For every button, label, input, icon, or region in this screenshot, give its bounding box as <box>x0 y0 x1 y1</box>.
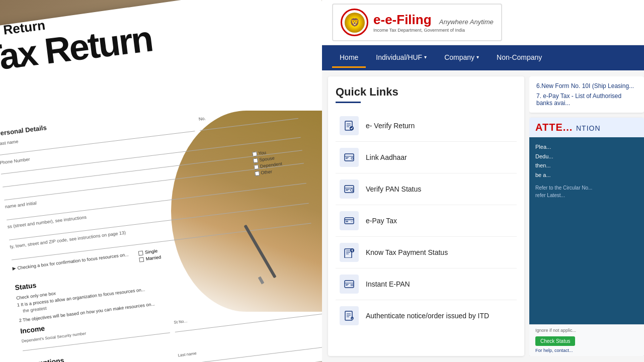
contact-text: For help, contact... <box>535 348 638 353</box>
site-header: 🦁 e-e-Filing Anywhere Anytime Income Tax… <box>322 0 644 45</box>
quick-link-tax-payment-status[interactable]: ₹ Know Tax Payment Status <box>336 237 517 268</box>
link-aadhaar-icon <box>340 148 359 167</box>
nav-item-home[interactable]: Home <box>332 48 366 68</box>
verify-pan-icon <box>340 179 359 199</box>
quick-link-link-aadhaar[interactable]: Link Aadhaar <box>336 142 517 173</box>
svg-rect-18 <box>346 221 348 222</box>
quick-link-authenticate-notice[interactable]: ✓ Authenticate notice/order issued by IT… <box>336 300 517 331</box>
quick-links-title: Quick Links <box>336 85 517 99</box>
right-side-panel: 6.New Form No. 10I (Ship Leasing... 7. e… <box>529 76 644 356</box>
announcement-card: 6.New Form No. 10I (Ship Leasing... 7. e… <box>529 76 644 113</box>
verify-pan-label: Verify PAN Status <box>366 185 421 193</box>
form-checkboxes: You Spouse Dependent Other <box>252 148 283 176</box>
content-area: Quick Links e- Verify Return <box>322 70 644 362</box>
instant-epan-label: Instant E-PAN <box>366 280 410 288</box>
refer-text: Refer to the Circular No...refer Latest.… <box>535 184 638 199</box>
individual-huf-chevron: ▾ <box>424 54 427 60</box>
announcement-item-2: 7. e-Pay Tax - List of Authorised banks … <box>536 93 637 107</box>
svg-rect-13 <box>346 190 348 191</box>
epay-tax-icon <box>340 211 359 230</box>
attention-card: ATTE... NTION Plea... Dedu... then... be… <box>529 118 644 356</box>
quick-link-instant-epan[interactable]: ID Instant E-PAN <box>336 268 517 300</box>
ignore-text: Ignore if not applic... <box>535 328 638 333</box>
attention-header: ATTE... NTION <box>529 118 644 137</box>
tax-payment-status-label: Know Tax Payment Status <box>366 248 448 256</box>
form-content: Personal Details Last name No. Phone Num… <box>0 93 322 362</box>
attention-footer: Ignore if not applic... Check Status For… <box>529 324 644 356</box>
tax-return-image-panel: Tax Return Tax Return Personal Details L… <box>0 0 322 362</box>
logo-text: e-e-Filing Anywhere Anytime Income Tax D… <box>373 12 494 33</box>
svg-text:✓: ✓ <box>351 317 353 320</box>
svg-rect-28 <box>346 284 349 285</box>
attention-body-text: Plea... Dedu... then... be a... <box>535 142 638 180</box>
epay-tax-label: e-Pay Tax <box>366 217 397 225</box>
nav-item-individual-huf[interactable]: Individual/HUF ▾ <box>368 48 434 68</box>
filing-text: e-Filing <box>385 12 431 27</box>
company-chevron: ▾ <box>476 54 479 60</box>
tax-payment-status-icon: ₹ <box>340 243 359 262</box>
svg-rect-7 <box>346 157 349 158</box>
svg-rect-12 <box>346 189 350 190</box>
e-prefix: e- <box>373 12 385 27</box>
svg-rect-29 <box>346 285 348 286</box>
quick-link-epay-tax[interactable]: e-Pay Tax <box>336 205 517 237</box>
authenticate-notice-label: Authenticate notice/order issued by ITD <box>366 312 489 320</box>
announcement-item-1: 6.New Form No. 10I (Ship Leasing... <box>536 82 637 89</box>
verify-return-label: e- Verify Return <box>366 122 415 130</box>
svg-text:₹: ₹ <box>351 249 353 252</box>
right-panel: 🦁 e-e-Filing Anywhere Anytime Income Tax… <box>322 0 644 362</box>
nav-item-company[interactable]: Company ▾ <box>437 48 487 68</box>
navigation-bar: Home Individual/HUF ▾ Company ▾ Non-Comp… <box>322 45 644 70</box>
efiling-brand: e-e-Filing Anywhere Anytime <box>373 12 494 28</box>
title-underline <box>336 102 361 103</box>
attention-subtitle: NTION <box>576 124 601 132</box>
logo-container: 🦁 e-e-Filing Anywhere Anytime Income Tax… <box>332 4 502 41</box>
authenticate-notice-icon: ✓ <box>340 306 359 325</box>
svg-rect-8 <box>346 158 348 159</box>
verify-return-icon <box>340 116 359 135</box>
check-status-button[interactable]: Check Status <box>535 336 575 346</box>
tagline: Anywhere Anytime <box>439 18 494 26</box>
attention-body: Plea... Dedu... then... be a... Refer to… <box>529 137 644 324</box>
svg-rect-19 <box>351 221 353 222</box>
instant-epan-icon: ID <box>340 275 359 294</box>
nav-item-non-company[interactable]: Non-Company <box>489 48 549 68</box>
quick-link-verify-pan[interactable]: Verify PAN Status <box>336 173 517 205</box>
svg-text:ID: ID <box>351 284 353 287</box>
quick-links-panel: Quick Links e- Verify Return <box>328 76 524 356</box>
quick-link-verify-return[interactable]: e- Verify Return <box>336 110 517 142</box>
dept-name: Income Tax Department, Government of Ind… <box>373 28 494 33</box>
emblem-inner: 🦁 <box>345 13 365 33</box>
link-aadhaar-label: Link Aadhaar <box>366 153 407 161</box>
govt-emblem: 🦁 <box>341 9 368 36</box>
